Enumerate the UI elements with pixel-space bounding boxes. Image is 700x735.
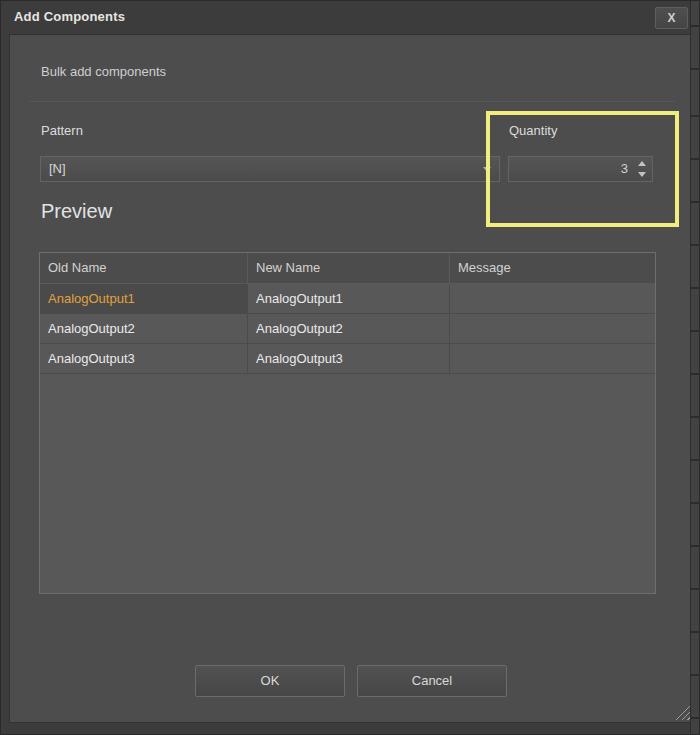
cell-old-name[interactable]: AnalogOutput3 [40,344,248,373]
quantity-value[interactable]: 3 [568,157,628,181]
dialog-content-panel: Bulk add components Pattern Quantity [N]… [9,34,693,723]
preview-heading: Preview [41,200,112,223]
quantity-label: Quantity [509,123,557,138]
resize-grip-icon[interactable] [675,705,690,720]
spinner-up-icon[interactable] [638,161,646,166]
column-header-old-name[interactable]: Old Name [40,253,248,283]
preview-table-header: Old Name New Name Message [40,253,655,284]
section-divider [30,101,674,102]
table-row[interactable]: AnalogOutput2 AnalogOutput2 [40,314,655,344]
cell-old-name[interactable]: AnalogOutput2 [40,314,248,343]
cell-message[interactable] [450,284,655,313]
add-components-dialog: Add Components X Bulk add components Pat… [0,0,700,735]
preview-table: Old Name New Name Message AnalogOutput1 … [39,252,656,594]
table-row[interactable]: AnalogOutput1 AnalogOutput1 [40,284,655,314]
chevron-down-icon [483,167,491,172]
spinner-down-icon[interactable] [638,172,646,177]
pattern-label: Pattern [41,123,83,138]
cell-new-name[interactable]: AnalogOutput1 [248,284,450,313]
bulk-add-description: Bulk add components [41,64,166,79]
dialog-titlebar[interactable]: Add Components X [1,1,699,34]
ok-button[interactable]: OK [195,665,345,697]
column-header-new-name[interactable]: New Name [248,253,450,283]
close-icon: X [667,11,675,25]
cell-new-name[interactable]: AnalogOutput2 [248,314,450,343]
cell-message[interactable] [450,314,655,343]
cancel-button[interactable]: Cancel [357,665,507,697]
column-header-message[interactable]: Message [450,253,655,283]
cell-message[interactable] [450,344,655,373]
dialog-title: Add Components [14,9,125,24]
quantity-stepper[interactable]: 3 [508,156,653,182]
pattern-select-value: [N] [49,161,66,176]
cell-new-name[interactable]: AnalogOutput3 [248,344,450,373]
background-window-edge [690,1,699,735]
quantity-stepper-arrows [636,159,648,179]
cell-old-name[interactable]: AnalogOutput1 [40,284,248,313]
close-button[interactable]: X [655,7,688,29]
pattern-select[interactable]: [N] [40,156,500,182]
table-row[interactable]: AnalogOutput3 AnalogOutput3 [40,344,655,374]
